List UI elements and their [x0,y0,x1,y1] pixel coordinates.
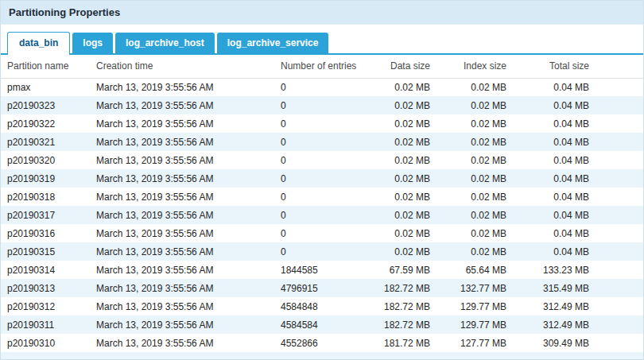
table-cell: 0.02 MB [436,114,513,133]
table-cell: 0 [274,169,370,188]
table-cell: 0.04 MB [513,188,596,206]
table-cell: 0.04 MB [513,133,596,151]
table-cell: 4584584 [274,315,370,334]
table-cell-filler [596,297,644,315]
table-cell: 0.04 MB [513,224,596,242]
table-cell [274,352,370,360]
table-cell-filler [596,114,644,133]
table-row[interactable]: p20190323March 13, 2019 3:55:56 AM00.02 … [1,96,644,114]
table-cell: 132.77 MB [436,279,513,297]
table-row[interactable]: p20190315March 13, 2019 3:55:56 AM00.02 … [1,242,644,261]
table-cell: 4552866 [274,334,370,352]
table-cell: 0.02 MB [370,96,436,114]
table-row[interactable]: p20190322March 13, 2019 3:55:56 AM00.02 … [1,114,644,133]
table-cell: 0.04 MB [513,78,596,96]
table-cell: 129.77 MB [436,315,513,334]
table-cell: March 13, 2019 3:55:56 AM [90,78,274,96]
table-cell: 0.02 MB [370,169,436,188]
table-body: pmaxMarch 13, 2019 3:55:56 AM00.02 MB0.0… [1,78,644,360]
table-cell: 0.02 MB [436,224,513,242]
table-cell: p20190321 [1,133,90,151]
table-row[interactable]: p20190321March 13, 2019 3:55:56 AM00.02 … [1,133,644,151]
table-cell: 0.02 MB [370,242,436,261]
table-row[interactable]: p20190312March 13, 2019 3:55:56 AM458484… [1,297,644,315]
table-cell: March 13, 2019 3:55:56 AM [90,133,274,151]
table-row[interactable]: p20190314March 13, 2019 3:55:56 AM184458… [1,261,644,279]
column-header-partition-name: Partition name [1,55,90,78]
tab-logs[interactable]: logs [72,33,113,53]
table-cell: 0.02 MB [436,169,513,188]
table-row[interactable]: p20190320March 13, 2019 3:55:56 AM00.02 … [1,151,644,169]
tab-data-bin[interactable]: data_bin [7,32,70,55]
table-cell: 0.02 MB [370,78,436,96]
table-cell-filler [596,169,644,188]
table-cell: 0 [274,224,370,242]
panel-title: Partitioning Properties [1,1,643,25]
table-cell [370,352,436,360]
table-cell: 0 [274,96,370,114]
table-cell: 0.02 MB [436,96,513,114]
table-row[interactable]: p20190318March 13, 2019 3:55:56 AM00.02 … [1,188,644,206]
column-header-data-size: Data size [370,55,436,78]
table-cell: 0.02 MB [436,133,513,151]
table-row[interactable]: p20190311March 13, 2019 3:55:56 AM458458… [1,315,644,334]
table-row-partial [1,352,644,360]
table-row[interactable]: p20190316March 13, 2019 3:55:56 AM00.02 … [1,224,644,242]
table-cell: 65.64 MB [436,261,513,279]
table-cell: 0.04 MB [513,169,596,188]
column-header-total-size: Total size [513,55,596,78]
table-cell: 0.02 MB [370,188,436,206]
table-header-row: Partition name Creation time Number of e… [1,55,644,78]
table-cell: 315.49 MB [513,279,596,297]
table-cell: March 13, 2019 3:55:56 AM [90,261,274,279]
table-cell-filler [596,315,644,334]
table-cell: March 13, 2019 3:55:56 AM [90,151,274,169]
table-cell: p20190318 [1,188,90,206]
table-cell: p20190311 [1,315,90,334]
table-cell: 1844585 [274,261,370,279]
column-header-filler [596,55,644,78]
table-cell: pmax [1,78,90,96]
table-cell: 0.02 MB [370,133,436,151]
partitions-table: Partition name Creation time Number of e… [1,55,644,360]
tab-log-archive-host[interactable]: log_archive_host [115,33,215,53]
table-cell: March 13, 2019 3:55:56 AM [90,297,274,315]
table-row[interactable]: p20190319March 13, 2019 3:55:56 AM00.02 … [1,169,644,188]
table-cell: March 13, 2019 3:55:56 AM [90,315,274,334]
table-cell: March 13, 2019 3:55:56 AM [90,279,274,297]
table-cell [90,352,274,360]
table-row[interactable]: p20190310March 13, 2019 3:55:56 AM455286… [1,334,644,352]
table-cell: 67.59 MB [370,261,436,279]
table-cell: 0.02 MB [436,188,513,206]
table-row[interactable]: p20190317March 13, 2019 3:55:56 AM00.02 … [1,206,644,224]
tab-bar: data_bin logs log_archive_host log_archi… [1,25,643,55]
table-cell: 0 [274,114,370,133]
table-row[interactable]: p20190313March 13, 2019 3:55:56 AM479691… [1,279,644,297]
table-cell: 0 [274,242,370,261]
table-cell: 133.23 MB [513,261,596,279]
table-cell: 182.72 MB [370,315,436,334]
table-cell [596,352,644,360]
table-cell: 0.02 MB [370,206,436,224]
column-header-index-size: Index size [436,55,513,78]
table-cell: 129.77 MB [436,297,513,315]
table-cell-filler [596,224,644,242]
panel-title-text: Partitioning Properties [9,6,120,18]
table-cell: p20190314 [1,261,90,279]
table-cell: 4796915 [274,279,370,297]
table-cell-filler [596,261,644,279]
table-cell: 0.04 MB [513,242,596,261]
table-cell-filler [596,188,644,206]
tab-log-archive-service[interactable]: log_archive_service [217,33,329,53]
table-cell: p20190310 [1,334,90,352]
table-cell: 0 [274,188,370,206]
table-cell-filler [596,133,644,151]
table-cell: 182.72 MB [370,297,436,315]
table-cell: March 13, 2019 3:55:56 AM [90,169,274,188]
table-cell: 0.04 MB [513,114,596,133]
table-cell: 0.02 MB [436,242,513,261]
table-cell: p20190315 [1,242,90,261]
table-cell-filler [596,279,644,297]
table-row[interactable]: pmaxMarch 13, 2019 3:55:56 AM00.02 MB0.0… [1,78,644,96]
table-cell: 309.49 MB [513,334,596,352]
